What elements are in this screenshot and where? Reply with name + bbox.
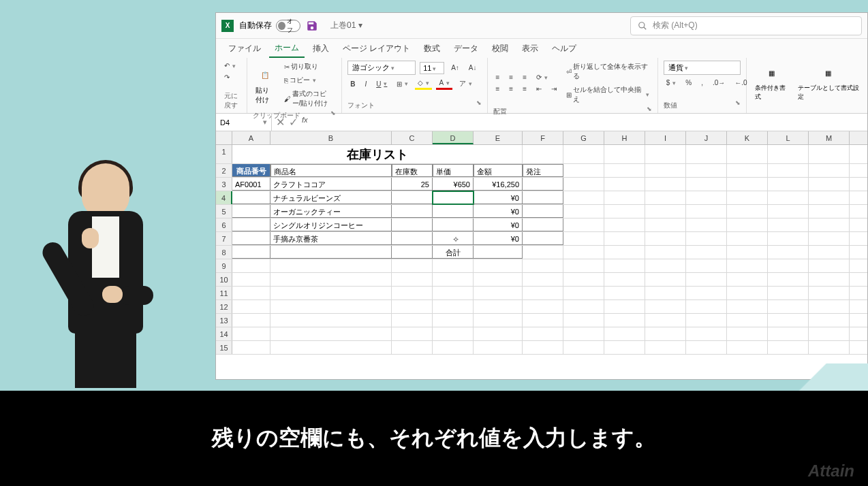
cell[interactable] (232, 259, 270, 272)
redo-button[interactable]: ↷ (221, 72, 241, 82)
cell[interactable]: ¥0 (474, 218, 523, 231)
cell[interactable]: 在庫リスト (232, 145, 523, 163)
cell[interactable] (604, 246, 645, 259)
cell[interactable] (809, 287, 850, 299)
cell[interactable] (392, 218, 433, 231)
cell[interactable] (809, 246, 850, 259)
cell[interactable] (604, 327, 645, 340)
format-painter-button[interactable]: 🖌 書式のコピー/貼り付け (281, 88, 337, 110)
cell[interactable]: 商品番号 (232, 164, 270, 177)
row-header[interactable]: 11 (216, 287, 232, 299)
align-bottom-button[interactable]: ≡ (520, 72, 529, 82)
cell[interactable] (270, 300, 392, 313)
cell[interactable] (433, 273, 474, 286)
cell[interactable]: ¥0 (474, 205, 523, 218)
phonetic-button[interactable]: ア (456, 78, 475, 90)
cell[interactable] (563, 327, 604, 340)
row-header[interactable]: 2 (216, 164, 232, 177)
cell[interactable] (474, 273, 523, 286)
cell[interactable] (474, 246, 523, 259)
increase-indent-button[interactable]: ⇥ (548, 84, 559, 94)
cell[interactable] (768, 287, 809, 299)
cell[interactable] (604, 164, 645, 177)
cell[interactable] (768, 341, 809, 354)
cell[interactable] (727, 287, 768, 299)
cell[interactable] (433, 327, 474, 340)
accounting-format-button[interactable]: $ (664, 78, 679, 88)
cell[interactable] (523, 178, 563, 191)
cell[interactable]: 金額 (474, 164, 523, 177)
percent-format-button[interactable]: % (683, 78, 694, 88)
cell[interactable] (604, 205, 645, 218)
menu-view[interactable]: 表示 (516, 40, 544, 57)
cell[interactable] (686, 232, 727, 245)
number-format-select[interactable]: 通貨 (664, 61, 741, 75)
cell[interactable] (604, 287, 645, 299)
cell[interactable] (604, 314, 645, 327)
italic-button[interactable]: I (362, 79, 369, 89)
cell[interactable] (563, 259, 604, 272)
cell[interactable]: 単価 (433, 164, 474, 177)
cell[interactable] (768, 218, 809, 231)
cell[interactable] (563, 178, 604, 191)
paste-button[interactable]: 📋 貼り付け (253, 63, 277, 108)
cell[interactable] (433, 300, 474, 313)
cell[interactable] (645, 145, 686, 163)
cell[interactable] (645, 259, 686, 272)
cell[interactable] (768, 164, 809, 177)
cell[interactable] (686, 191, 727, 204)
cell[interactable] (686, 273, 727, 286)
cell[interactable] (686, 259, 727, 272)
increase-font-button[interactable]: A↑ (448, 63, 462, 73)
cell[interactable] (392, 205, 433, 218)
cell[interactable] (645, 191, 686, 204)
autosave-toggle[interactable]: 自動保存 オフ (239, 20, 300, 32)
cell[interactable] (686, 205, 727, 218)
orientation-button[interactable]: ⟳ (533, 72, 551, 82)
cell[interactable] (523, 314, 563, 327)
decrease-font-button[interactable]: A↓ (466, 63, 480, 73)
cell[interactable]: クラフトココア (270, 178, 392, 191)
cell[interactable] (768, 300, 809, 313)
col-header-I[interactable]: I (645, 131, 686, 144)
cell[interactable] (604, 178, 645, 191)
row-header[interactable]: 14 (216, 327, 232, 340)
cell[interactable]: 手摘み京番茶 (270, 232, 392, 245)
cell[interactable] (523, 273, 563, 286)
cancel-formula-icon[interactable]: ✕ (276, 116, 285, 129)
align-middle-button[interactable]: ≡ (506, 72, 516, 82)
cell[interactable] (645, 341, 686, 354)
cell[interactable] (686, 327, 727, 340)
cell[interactable] (686, 314, 727, 327)
cell[interactable] (563, 300, 604, 313)
cell[interactable] (768, 246, 809, 259)
filename[interactable]: 上巻01 ▾ (324, 20, 369, 31)
menu-data[interactable]: データ (448, 40, 484, 57)
cell[interactable] (809, 145, 850, 163)
fill-color-button[interactable]: ◇ (415, 78, 432, 90)
cell[interactable] (809, 314, 850, 327)
cell[interactable] (523, 341, 563, 354)
col-header-G[interactable]: G (563, 131, 604, 144)
cell[interactable] (392, 327, 433, 340)
cell[interactable] (727, 164, 768, 177)
cell[interactable] (645, 273, 686, 286)
row-header[interactable]: 9 (216, 259, 232, 272)
cell[interactable] (727, 191, 768, 204)
cell[interactable] (645, 232, 686, 245)
cell[interactable] (645, 164, 686, 177)
row-header[interactable]: 3 (216, 178, 232, 191)
cell[interactable] (232, 273, 270, 286)
cell[interactable] (392, 259, 433, 272)
cell[interactable] (686, 341, 727, 354)
cell[interactable] (645, 218, 686, 231)
number-launcher-icon[interactable]: ⬊ (735, 99, 741, 110)
row-header[interactable]: 12 (216, 300, 232, 313)
cell[interactable]: ¥16,250 (474, 178, 523, 191)
menu-file[interactable]: ファイル (223, 40, 266, 57)
row-header[interactable]: 5 (216, 205, 232, 218)
cell[interactable] (686, 145, 727, 163)
cell[interactable]: ¥650 (433, 178, 474, 191)
cell[interactable] (809, 232, 850, 245)
conditional-format-button[interactable]: ▦ 条件付き書式 (752, 61, 791, 104)
